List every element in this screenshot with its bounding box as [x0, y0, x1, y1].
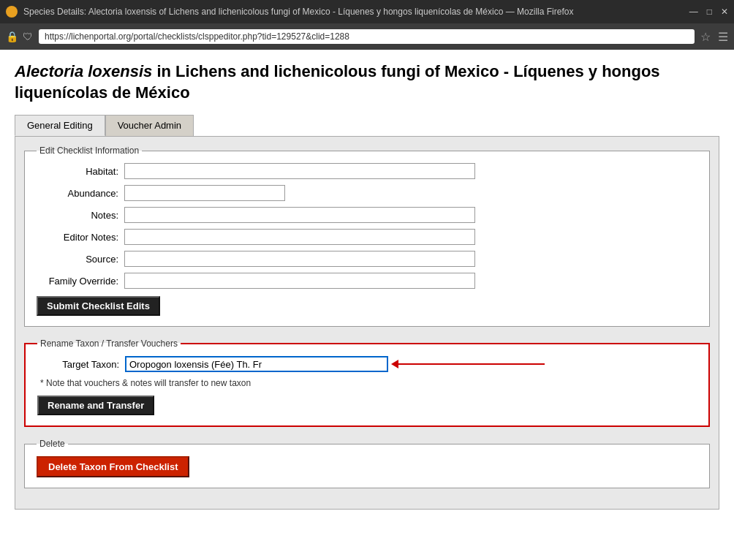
habitat-label: Habitat: [37, 166, 124, 177]
submit-row: Submit Checklist Edits [37, 296, 697, 316]
editor-notes-row: Editor Notes: [37, 229, 697, 245]
source-label: Source: [37, 254, 124, 265]
rename-transfer-button[interactable]: Rename and Transfer [37, 396, 154, 415]
edit-checklist-legend: Edit Checklist Information [37, 145, 142, 156]
main-panel: Edit Checklist Information Habitat: Abun… [15, 136, 719, 510]
target-taxon-input[interactable] [125, 356, 388, 372]
rename-legend: Rename Taxon / Transfer Vouchers [37, 338, 181, 349]
edit-checklist-section: Edit Checklist Information Habitat: Abun… [24, 145, 710, 327]
delete-section: Delete Delete Taxon From Checklist [24, 439, 710, 488]
notes-row: Notes: [37, 207, 697, 223]
menu-icon[interactable]: ☰ [718, 30, 728, 44]
browser-titlebar: Species Details: Alectoria loxensis of L… [0, 0, 734, 23]
notes-label: Notes: [37, 210, 124, 221]
arrow-head [391, 360, 398, 368]
tab-general-editing[interactable]: General Editing [15, 115, 105, 136]
delete-taxon-button[interactable]: Delete Taxon From Checklist [37, 456, 189, 477]
abundance-row: Abundance: [37, 185, 697, 201]
notes-input[interactable] [124, 207, 475, 223]
bookmark-icon[interactable]: ☆ [700, 30, 711, 44]
delete-legend: Delete [37, 439, 68, 449]
browser-menu-icons: ☆ ☰ [700, 30, 728, 44]
abundance-label: Abundance: [37, 188, 124, 199]
close-button[interactable]: ✕ [721, 7, 728, 17]
target-taxon-label: Target Taxon: [37, 359, 125, 370]
habitat-input[interactable] [124, 163, 475, 179]
arrow-annotation [393, 360, 697, 368]
transfer-note: * Note that vouchers & notes will transf… [37, 378, 697, 388]
url-input[interactable] [39, 29, 695, 44]
title-italic: Alectoria loxensis [15, 62, 152, 80]
editor-notes-label: Editor Notes: [37, 232, 124, 243]
rename-section: Rename Taxon / Transfer Vouchers Target … [24, 338, 710, 427]
page-content: Alectoria loxensis in Lichens and lichen… [0, 50, 734, 560]
source-row: Source: [37, 251, 697, 267]
submit-checklist-button[interactable]: Submit Checklist Edits [37, 296, 160, 316]
window-controls[interactable]: — □ ✕ [689, 7, 728, 17]
tab-voucher-admin[interactable]: Voucher Admin [105, 115, 194, 136]
address-bar: 🔒 🛡 ☆ ☰ [0, 23, 734, 50]
minimize-button[interactable]: — [689, 7, 698, 17]
browser-title: Species Details: Alectoria loxensis of L… [23, 7, 684, 17]
editor-notes-input[interactable] [124, 229, 475, 245]
family-override-input[interactable] [124, 273, 475, 289]
target-taxon-row: Target Taxon: [37, 356, 697, 372]
page-title: Alectoria loxensis in Lichens and lichen… [15, 61, 719, 103]
nav-icons: 🔒 🛡 [6, 31, 33, 42]
habitat-row: Habitat: [37, 163, 697, 179]
family-override-row: Family Override: [37, 273, 697, 289]
tabs-bar: General Editing Voucher Admin [15, 115, 719, 136]
lock-icon: 🔒 [6, 31, 18, 42]
arrow-line [398, 363, 545, 365]
shield-icon: 🛡 [23, 31, 33, 42]
family-override-label: Family Override: [37, 276, 124, 287]
source-input[interactable] [124, 251, 475, 267]
maximize-button[interactable]: □ [707, 7, 712, 17]
abundance-input[interactable] [124, 185, 285, 201]
browser-favicon [6, 6, 18, 18]
